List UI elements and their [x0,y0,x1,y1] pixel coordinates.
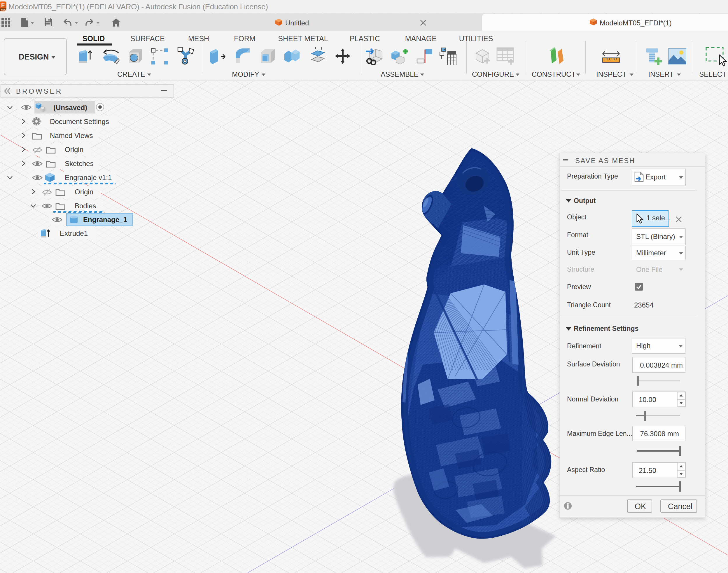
svg-text:FUS: FUS [1,9,6,11]
svg-text:F: F [1,2,5,8]
